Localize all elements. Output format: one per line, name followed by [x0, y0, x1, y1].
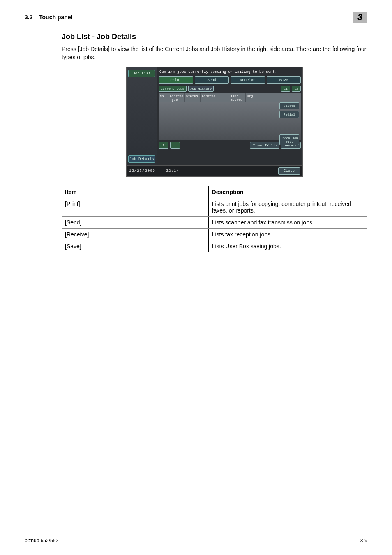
cell-desc: Lists fax reception jobs.: [208, 229, 367, 240]
th-desc: Description: [208, 186, 367, 198]
section-number: 3.2: [25, 14, 32, 21]
cell-item: [Receive]: [62, 229, 208, 240]
section-title: Touch panel: [39, 14, 72, 21]
close-button[interactable]: Close: [278, 167, 300, 175]
cell-item: [Print]: [62, 198, 208, 217]
delete-button[interactable]: Delete: [279, 102, 299, 109]
panel-message: Confirm jobs currently sending or waitin…: [159, 69, 301, 76]
timer-tx-job-button[interactable]: Timer TX Job: [250, 142, 279, 149]
intro-paragraph: Press [Job Details] to view the list of …: [62, 45, 367, 61]
redial-button[interactable]: Redial: [279, 111, 299, 118]
panel-date: 12/23/2009: [129, 169, 155, 173]
col-time-stored: Time Stored: [229, 93, 246, 102]
page-footer: bizhub 652/552 3-9: [25, 536, 367, 543]
scroll-down-button[interactable]: ↓: [170, 142, 180, 149]
job-table-header: No. Address Type Status Address Time Sto…: [159, 93, 301, 102]
line-l1[interactable]: L1: [281, 86, 290, 92]
table-row: [Print] Lists print jobs for copying, co…: [62, 198, 367, 217]
col-status: Status: [185, 93, 201, 102]
footer-model: bizhub 652/552: [25, 538, 58, 543]
table-row: [Save] Lists User Box saving jobs.: [62, 240, 367, 252]
description-table: Item Description [Print] Lists print job…: [62, 186, 367, 252]
cell-desc: Lists scanner and fax transmission jobs.: [208, 217, 367, 229]
tab-save[interactable]: Save: [267, 76, 301, 84]
col-no: No.: [159, 93, 168, 102]
cell-item: [Save]: [62, 240, 208, 252]
check-job-set-button[interactable]: Check Job Set.: [279, 134, 299, 145]
line-l2[interactable]: L2: [292, 86, 301, 92]
cell-desc: Lists User Box saving jobs.: [208, 240, 367, 252]
tab-receive[interactable]: Receive: [231, 76, 265, 84]
col-org: Org.: [246, 93, 257, 102]
col-address: Address: [201, 93, 229, 102]
subtab-job-history[interactable]: Job History: [188, 86, 214, 92]
scroll-up-button[interactable]: ↑: [159, 142, 168, 149]
subsection-heading: Job List - Job Details: [62, 32, 367, 41]
th-item: Item: [62, 186, 208, 198]
table-row: [Send] Lists scanner and fax transmissio…: [62, 217, 367, 229]
panel-time: 22:14: [166, 169, 179, 173]
job-table-body: Delete Redial Check Job Set.: [159, 102, 301, 140]
col-addr-type: Address Type: [168, 93, 185, 102]
table-row: [Receive] Lists fax reception jobs.: [62, 229, 367, 240]
cell-item: [Send]: [62, 217, 208, 229]
sidebar-tab-job-list[interactable]: Job List: [128, 70, 155, 77]
tab-send[interactable]: Send: [195, 76, 229, 84]
chapter-badge: 3: [353, 12, 367, 23]
cell-desc: Lists print jobs for copying, computer p…: [208, 198, 367, 217]
subtab-current-jobs[interactable]: Current Jobs: [159, 86, 187, 92]
touch-panel-screenshot: Job List Job Details Confirm jobs curren…: [126, 67, 303, 177]
footer-pageno: 3-9: [360, 538, 367, 543]
sidebar-tab-job-details[interactable]: Job Details: [128, 155, 155, 163]
page-header: 3.2 Touch panel 3: [25, 12, 367, 25]
tab-print[interactable]: Print: [159, 76, 193, 84]
